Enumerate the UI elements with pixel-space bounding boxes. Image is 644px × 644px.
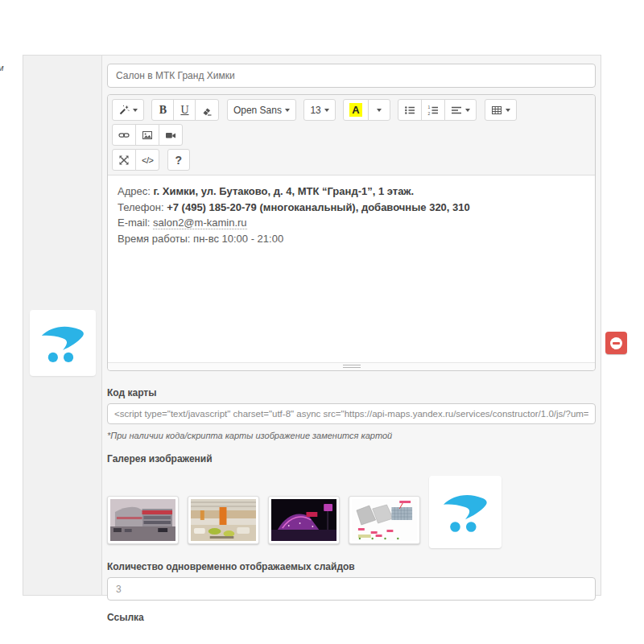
map-code-input[interactable] bbox=[107, 403, 596, 424]
svg-text:1: 1 bbox=[428, 105, 431, 109]
font-size-dropdown[interactable]: 13 bbox=[303, 99, 335, 121]
table-group bbox=[485, 99, 517, 121]
ordered-list-icon: 1 2 bbox=[427, 105, 439, 116]
insert-picture-button[interactable] bbox=[135, 124, 159, 146]
table-dropdown[interactable] bbox=[485, 99, 517, 121]
gallery-thumbnail-2[interactable] bbox=[188, 496, 259, 544]
svg-text:2: 2 bbox=[428, 110, 431, 115]
ordered-list-button[interactable]: 1 2 bbox=[421, 99, 445, 121]
editor-toolbar: B U Open Sans bbox=[108, 95, 595, 175]
salon-title-input[interactable] bbox=[107, 64, 596, 88]
font-family-dropdown[interactable]: Open Sans bbox=[227, 99, 296, 121]
bold-button[interactable]: B bbox=[151, 99, 174, 121]
font-size-group: 13 bbox=[303, 99, 335, 121]
link-icon bbox=[118, 130, 130, 141]
clear-format-button[interactable] bbox=[195, 99, 219, 121]
mall-exterior-photo bbox=[110, 499, 175, 541]
mall-floorplan-image bbox=[352, 499, 417, 541]
style-group bbox=[112, 99, 144, 121]
chevron-down-icon bbox=[377, 109, 382, 112]
email-line: E-mail: salon2@m-kamin.ru bbox=[118, 215, 585, 231]
bold-label: B bbox=[159, 104, 167, 117]
editor-content-area[interactable]: Адрес: г. Химки, ул. Бутаково, д. 4, МТК… bbox=[108, 175, 595, 362]
font-color-group: A bbox=[343, 99, 390, 121]
slides-count-label: Количество одновременно отображаемых сла… bbox=[107, 561, 596, 572]
slides-count-input[interactable] bbox=[107, 577, 596, 601]
video-icon bbox=[165, 130, 176, 141]
view-group: </> bbox=[112, 149, 159, 171]
unordered-list-button[interactable] bbox=[398, 99, 422, 121]
rich-text-editor: B U Open Sans bbox=[107, 94, 596, 371]
paragraph-align-icon bbox=[451, 105, 462, 116]
mall-night-photo bbox=[271, 499, 336, 541]
font-family-label: Open Sans bbox=[233, 105, 282, 116]
gallery-add-placeholder[interactable] bbox=[429, 476, 502, 548]
insert-group bbox=[112, 124, 183, 146]
help-group: ? bbox=[167, 149, 190, 171]
chevron-down-icon bbox=[324, 109, 329, 112]
minus-circle-icon bbox=[610, 337, 622, 349]
gallery-label: Галерея изображений bbox=[107, 453, 596, 464]
mall-interior-photo bbox=[191, 499, 256, 541]
font-color-button[interactable]: A bbox=[343, 99, 368, 121]
gallery-thumbnail-4[interactable] bbox=[349, 496, 420, 544]
row-form-column: B U Open Sans bbox=[102, 56, 601, 595]
map-code-label: Код карты bbox=[107, 387, 596, 398]
codeview-label: </> bbox=[142, 155, 153, 165]
font-family-group: Open Sans bbox=[227, 99, 296, 121]
row-placeholder-image[interactable] bbox=[30, 310, 96, 376]
map-code-note: *При наличии кода/скрипта карты изображе… bbox=[107, 431, 596, 440]
insert-link-button[interactable] bbox=[112, 124, 136, 146]
magic-wand-icon bbox=[118, 105, 130, 116]
link-label: Ссылка bbox=[107, 612, 596, 623]
chevron-down-icon bbox=[133, 109, 138, 112]
store-row-panel: B U Open Sans bbox=[23, 55, 601, 596]
cutoff-left-text: м bbox=[0, 63, 4, 72]
help-label: ? bbox=[175, 154, 183, 167]
chevron-down-icon bbox=[465, 109, 470, 112]
unordered-list-icon bbox=[404, 105, 415, 116]
codeview-button[interactable]: </> bbox=[135, 149, 159, 171]
style-dropdown-button[interactable] bbox=[112, 99, 144, 121]
row-image-column bbox=[23, 56, 102, 595]
underline-button[interactable]: U bbox=[173, 99, 196, 121]
paragraph-align-dropdown[interactable] bbox=[444, 99, 477, 121]
picture-icon bbox=[142, 130, 153, 141]
font-color-dropdown[interactable] bbox=[368, 99, 390, 121]
hours-line: Время работы: пн-вс 10:00 - 21:00 bbox=[118, 231, 585, 247]
insert-video-button[interactable] bbox=[159, 124, 183, 146]
fullscreen-button[interactable] bbox=[112, 149, 136, 171]
eraser-icon bbox=[201, 105, 213, 116]
font-style-group: B U bbox=[151, 99, 219, 121]
font-color-label: A bbox=[349, 103, 361, 117]
font-size-label: 13 bbox=[310, 105, 320, 116]
opencart-cart-icon bbox=[37, 317, 89, 369]
remove-row-button[interactable] bbox=[605, 332, 627, 354]
table-icon bbox=[491, 105, 502, 116]
help-button[interactable]: ? bbox=[167, 149, 190, 171]
opencart-cart-icon bbox=[439, 485, 492, 539]
address-line: Адрес: г. Химки, ул. Бутаково, д. 4, МТК… bbox=[118, 184, 585, 200]
phone-line: Телефон: +7 (495) 185-20-79 (многоканаль… bbox=[118, 200, 585, 216]
email-link[interactable]: salon2@m-kamin.ru bbox=[153, 217, 247, 229]
image-gallery bbox=[107, 474, 596, 548]
resize-grip-icon[interactable] bbox=[343, 365, 361, 368]
underline-label: U bbox=[180, 104, 188, 117]
chevron-down-icon bbox=[285, 109, 290, 112]
editor-statusbar bbox=[108, 362, 595, 370]
gallery-thumbnail-1[interactable] bbox=[107, 496, 179, 544]
gallery-thumbnail-3[interactable] bbox=[268, 496, 340, 544]
paragraph-group: 1 2 bbox=[398, 99, 477, 121]
fullscreen-icon bbox=[118, 155, 130, 166]
chevron-down-icon bbox=[506, 109, 510, 112]
